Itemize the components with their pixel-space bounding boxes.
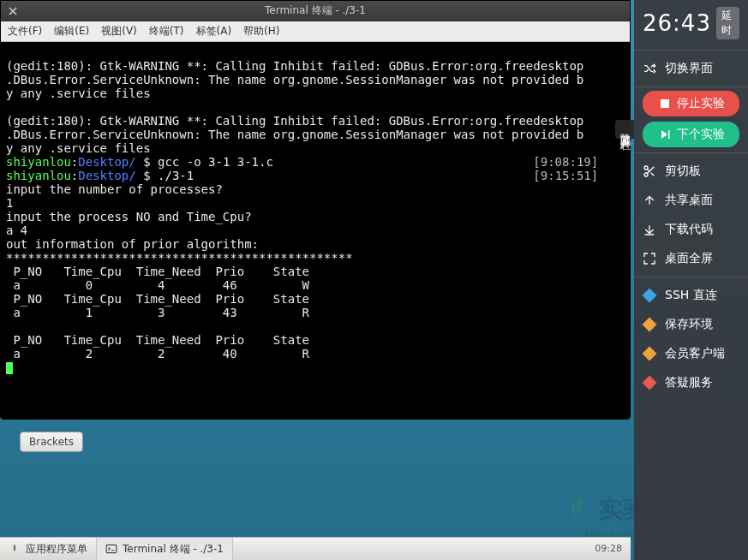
delay-badge[interactable]: 延时 xyxy=(716,7,739,39)
apps-menu[interactable]: 应用程序菜单 xyxy=(0,538,97,560)
brackets-button[interactable]: Brackets xyxy=(20,432,83,452)
fullscreen-icon xyxy=(643,252,656,265)
diamond-red-icon xyxy=(643,376,656,390)
save-env-item[interactable]: 保存环境 xyxy=(634,310,748,339)
svg-rect-3 xyxy=(106,545,117,552)
download-code-item[interactable]: 下载代码 xyxy=(634,215,748,244)
ssh-item[interactable]: SSH 直连 xyxy=(634,281,748,310)
next-experiment-button[interactable]: 下个实验 xyxy=(643,122,739,147)
terminal-body[interactable]: (gedit:180): Gtk-WARNING **: Calling Inh… xyxy=(1,42,630,419)
fullscreen-item[interactable]: 桌面全屏 xyxy=(634,244,748,273)
taskbar-terminal[interactable]: Terminal 终端 - ./3-1 xyxy=(97,538,233,560)
menu-help[interactable]: 帮助(H) xyxy=(243,24,279,39)
menu-terminal[interactable]: 终端(T) xyxy=(149,24,184,39)
side-panel: 26:43 延时 切换界面 停止实验 下个实验 剪切板 共享桌面 下载代码 桌面… xyxy=(634,0,748,560)
svg-rect-0 xyxy=(661,99,669,108)
window-close-button[interactable] xyxy=(6,4,20,18)
svg-point-1 xyxy=(644,166,648,170)
clipboard-item[interactable]: 剪切板 xyxy=(634,157,748,186)
share-icon xyxy=(643,194,656,207)
svg-point-2 xyxy=(644,173,648,176)
timer-value: 26:43 xyxy=(643,10,711,36)
leaf-icon xyxy=(9,543,21,555)
diamond-orange-icon xyxy=(643,347,656,360)
qa-item[interactable]: 答疑服务 xyxy=(634,368,748,397)
terminal-icon xyxy=(105,543,117,555)
diamond-blue-icon xyxy=(643,289,656,302)
menu-view[interactable]: 视图(V) xyxy=(101,24,137,39)
shuffle-icon xyxy=(643,62,656,75)
window-titlebar[interactable]: Terminal 终端 - ./3-1 xyxy=(1,1,630,21)
menu-edit[interactable]: 编辑(E) xyxy=(54,24,89,39)
switch-ui-item[interactable]: 切换界面 xyxy=(634,54,748,83)
menu-file[interactable]: 文件(F) xyxy=(8,24,42,39)
taskbar-clock[interactable]: 09:28 xyxy=(586,544,631,554)
stop-experiment-button[interactable]: 停止实验 xyxy=(643,91,739,116)
scissors-icon xyxy=(643,164,656,178)
terminal-cursor xyxy=(6,362,13,374)
next-icon xyxy=(658,128,672,141)
menu-tabs[interactable]: 标签(A) xyxy=(196,24,232,39)
share-desktop-item[interactable]: 共享桌面 xyxy=(634,186,748,215)
timer-row: 26:43 延时 xyxy=(634,0,748,46)
download-icon xyxy=(643,223,656,236)
taskbar: 应用程序菜单 Terminal 终端 - ./3-1 09:28 xyxy=(0,537,631,560)
stop-icon xyxy=(658,97,672,110)
diamond-orange-icon xyxy=(643,318,656,331)
menubar: 文件(F) 编辑(E) 视图(V) 终端(T) 标签(A) 帮助(H) xyxy=(1,21,630,42)
client-item[interactable]: 会员客户端 xyxy=(634,339,748,368)
terminal-window: Terminal 终端 - ./3-1 文件(F) 编辑(E) 视图(V) 终端… xyxy=(0,0,631,420)
window-title: Terminal 终端 - ./3-1 xyxy=(265,3,366,18)
hide-toolbar-tab[interactable]: 隐藏工具栏 xyxy=(615,120,634,139)
